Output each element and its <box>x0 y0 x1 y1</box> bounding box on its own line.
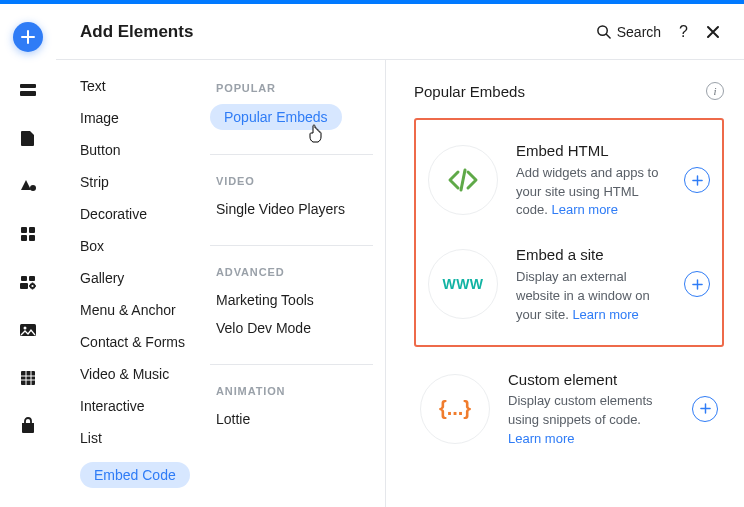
svg-point-10 <box>31 284 35 288</box>
highlighted-embeds: Embed HTML Add widgets and apps to your … <box>414 118 724 347</box>
search-label: Search <box>617 24 661 40</box>
sections-icon[interactable] <box>18 80 38 100</box>
content-title: Popular Embeds <box>414 83 706 100</box>
divider <box>210 364 373 365</box>
subcat-single-video[interactable]: Single Video Players <box>210 197 373 221</box>
category-strip[interactable]: Strip <box>80 174 206 190</box>
learn-more-link[interactable]: Learn more <box>508 431 574 446</box>
svg-rect-9 <box>20 283 28 289</box>
panel-title: Add Elements <box>80 22 596 42</box>
svg-rect-3 <box>21 227 27 233</box>
category-image[interactable]: Image <box>80 110 206 126</box>
subcat-lottie[interactable]: Lottie <box>210 407 373 431</box>
subcat-heading-popular: POPULAR <box>210 82 373 94</box>
svg-rect-5 <box>21 235 27 241</box>
category-list-item[interactable]: List <box>80 430 206 446</box>
business-icon[interactable] <box>18 272 38 292</box>
embed-html-icon <box>428 145 498 215</box>
svg-rect-0 <box>20 84 36 88</box>
add-embed-button[interactable] <box>684 167 710 193</box>
category-contact-forms[interactable]: Contact & Forms <box>80 334 206 350</box>
data-icon[interactable] <box>18 368 38 388</box>
search-icon <box>596 24 611 39</box>
category-box[interactable]: Box <box>80 238 206 254</box>
page-icon[interactable] <box>18 128 38 148</box>
category-button[interactable]: Button <box>80 142 206 158</box>
embed-card-custom[interactable]: {...} Custom element Display custom elem… <box>414 357 724 461</box>
svg-rect-6 <box>29 235 35 241</box>
panel-header: Add Elements Search ? <box>56 4 744 60</box>
divider <box>210 154 373 155</box>
category-text[interactable]: Text <box>80 78 206 94</box>
close-icon <box>706 25 720 39</box>
add-elements-panel: Add Elements Search ? Text Image Button … <box>56 4 744 507</box>
panel-body: Text Image Button Strip Decorative Box G… <box>56 60 744 507</box>
category-menu-anchor[interactable]: Menu & Anchor <box>80 302 206 318</box>
close-button[interactable] <box>706 25 720 39</box>
subcat-velo-dev[interactable]: Velo Dev Mode <box>210 316 373 340</box>
svg-rect-7 <box>21 276 27 281</box>
add-element-button[interactable] <box>13 22 43 52</box>
help-button[interactable]: ? <box>679 23 688 41</box>
category-list: Text Image Button Strip Decorative Box G… <box>56 60 206 507</box>
svg-rect-13 <box>21 371 35 385</box>
embed-card-site[interactable]: WWW Embed a site Display an external web… <box>422 232 716 336</box>
subcat-heading-animation: ANIMATION <box>210 385 373 397</box>
category-interactive[interactable]: Interactive <box>80 398 206 414</box>
subcat-heading-advanced: ADVANCED <box>210 266 373 278</box>
category-gallery[interactable]: Gallery <box>80 270 206 286</box>
info-icon[interactable]: i <box>706 82 724 100</box>
embed-card-html[interactable]: Embed HTML Add widgets and apps to your … <box>422 128 716 232</box>
store-icon[interactable] <box>18 416 38 436</box>
embed-site-icon: WWW <box>428 249 498 319</box>
embed-name: Embed HTML <box>516 140 666 162</box>
apps-icon[interactable] <box>18 224 38 244</box>
svg-rect-8 <box>29 276 35 281</box>
plus-icon <box>21 30 35 44</box>
theme-icon[interactable] <box>18 176 38 196</box>
custom-element-icon: {...} <box>420 374 490 444</box>
svg-point-2 <box>30 185 36 191</box>
content-area: Popular Embeds i Embed HTML Add widgets … <box>386 60 744 507</box>
subcat-popular-embeds[interactable]: Popular Embeds <box>210 104 342 130</box>
search-button[interactable]: Search <box>596 24 661 40</box>
embed-name: Embed a site <box>516 244 666 266</box>
category-embed-code[interactable]: Embed Code <box>80 462 190 488</box>
add-embed-button[interactable] <box>692 396 718 422</box>
media-icon[interactable] <box>18 320 38 340</box>
divider <box>210 245 373 246</box>
embed-name: Custom element <box>508 369 674 391</box>
learn-more-link[interactable]: Learn more <box>572 307 638 322</box>
subcat-marketing-tools[interactable]: Marketing Tools <box>210 288 373 312</box>
svg-rect-1 <box>20 91 36 96</box>
add-embed-button[interactable] <box>684 271 710 297</box>
subcategory-list: POPULAR Popular Embeds VIDEO Single Vide… <box>206 60 386 507</box>
svg-point-12 <box>24 327 27 330</box>
category-video-music[interactable]: Video & Music <box>80 366 206 382</box>
category-decorative[interactable]: Decorative <box>80 206 206 222</box>
left-rail <box>0 4 56 507</box>
embed-desc: Display custom elements using snippets o… <box>508 393 653 427</box>
learn-more-link[interactable]: Learn more <box>551 202 617 217</box>
svg-rect-4 <box>29 227 35 233</box>
subcat-heading-video: VIDEO <box>210 175 373 187</box>
